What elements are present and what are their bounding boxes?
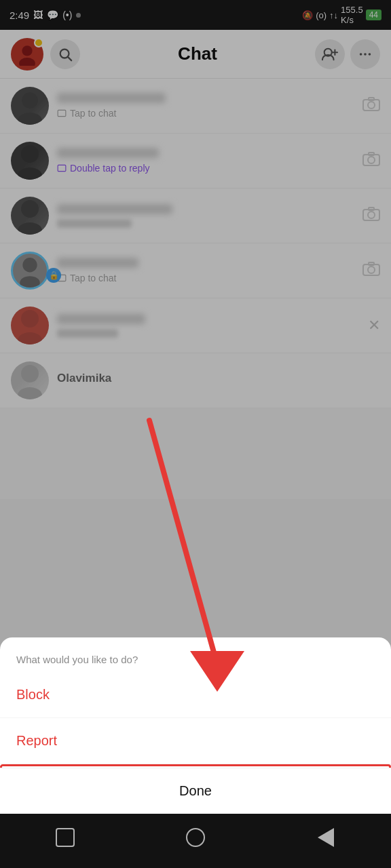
sheet-question: What would you like to do?	[0, 637, 391, 672]
report-option[interactable]: Report	[0, 718, 391, 764]
block-option[interactable]: Block	[0, 672, 391, 718]
done-button[interactable]: Done	[0, 768, 391, 814]
